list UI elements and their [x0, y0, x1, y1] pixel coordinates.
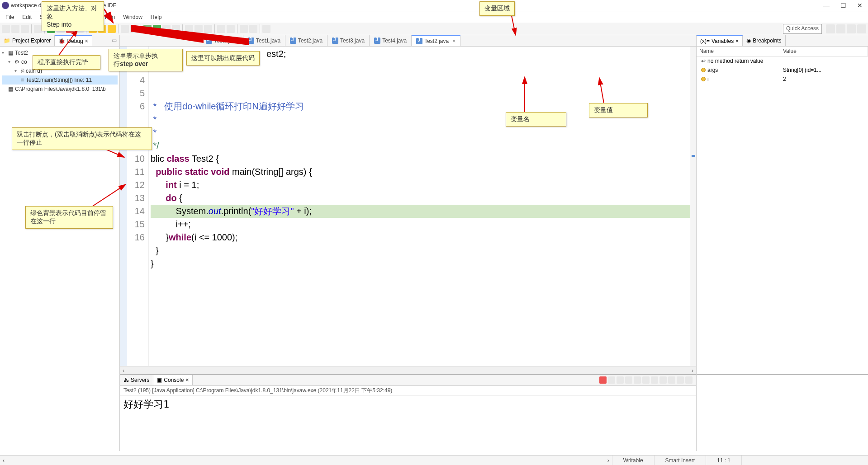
- close-icon[interactable]: ×: [185, 377, 189, 383]
- run-icon[interactable]: [153, 25, 161, 33]
- code-line: [151, 270, 690, 283]
- main-toolbar: Quick Access: [0, 23, 868, 35]
- remove-launch-icon[interactable]: [608, 376, 615, 384]
- quick-access-input[interactable]: Quick Access: [783, 24, 822, 34]
- scroll-left-icon[interactable]: ‹: [120, 367, 127, 374]
- menu-window[interactable]: Window: [119, 13, 146, 21]
- annotation-icon[interactable]: [227, 25, 235, 33]
- variable-row[interactable]: argsString[0] (id=1...: [697, 66, 868, 75]
- forward-icon[interactable]: [249, 25, 257, 33]
- col-value[interactable]: Value: [780, 47, 868, 56]
- save-all-icon[interactable]: [21, 25, 29, 33]
- tab-breakpoints[interactable]: ◉ Breakpoints: [743, 35, 785, 46]
- menu-help[interactable]: Help: [147, 13, 166, 21]
- open-type-icon[interactable]: [204, 25, 212, 33]
- editor-tab[interactable]: Test1.java: [243, 35, 285, 46]
- search-icon[interactable]: [217, 25, 225, 33]
- display-console-icon[interactable]: [659, 376, 667, 384]
- min-icon[interactable]: [677, 376, 684, 384]
- java-file-icon: [206, 38, 212, 44]
- step-filters-icon[interactable]: [130, 25, 138, 33]
- code-line: */: [151, 139, 690, 152]
- menu-edit[interactable]: Edit: [19, 13, 35, 21]
- clear-console-icon[interactable]: [625, 376, 632, 384]
- tab-debug[interactable]: 🐞 Debug ×: [55, 35, 92, 46]
- maximize-icon[interactable]: ☐: [840, 2, 846, 9]
- code-line: i++;: [151, 218, 690, 231]
- close-icon[interactable]: ×: [85, 38, 88, 44]
- editor-tab[interactable]: Test3.java: [327, 35, 370, 46]
- line-gutter: 3456910111213141516: [127, 47, 149, 366]
- word-wrap-icon[interactable]: [642, 376, 650, 384]
- minimize-view-icon[interactable]: ▭: [109, 35, 119, 46]
- menu-file[interactable]: File: [2, 13, 18, 21]
- new-class-icon[interactable]: [194, 25, 203, 33]
- variable-row[interactable]: ↩no method return value: [697, 56, 868, 66]
- new-icon[interactable]: [2, 25, 10, 33]
- pin-icon[interactable]: [262, 25, 270, 33]
- code-line: }: [151, 257, 690, 270]
- menu-bar: FileEditSoSearchProjectRunWindowHelp: [0, 11, 868, 23]
- remove-all-icon[interactable]: [617, 376, 624, 384]
- scroll-left-icon[interactable]: ‹: [0, 457, 7, 464]
- code-area[interactable]: est2; * 使用do-while循环打印N遍好好学习 * * */blic …: [149, 47, 690, 366]
- editor-tab[interactable]: Test4.java: [370, 35, 412, 46]
- variables-header: Name Value: [697, 47, 868, 56]
- tab-servers[interactable]: 🖧 Servers: [120, 375, 153, 385]
- ext-tools-icon[interactable]: [172, 25, 180, 33]
- console-output[interactable]: 好好学习1: [120, 396, 696, 451]
- close-icon[interactable]: ✕: [857, 2, 863, 9]
- tab-variables[interactable]: (x)= Variables ×: [697, 35, 743, 46]
- tab-label: Console: [164, 377, 184, 383]
- scroll-right-icon[interactable]: ›: [689, 367, 696, 374]
- terminate-console-icon[interactable]: [599, 376, 607, 384]
- pin-console-icon[interactable]: [651, 376, 658, 384]
- callout-resume: 程序直接执行完毕: [33, 55, 100, 70]
- vm-icon: ▦: [8, 85, 13, 93]
- step-return-icon[interactable]: [108, 25, 116, 33]
- variable-row[interactable]: i2: [697, 75, 868, 84]
- new-package-icon[interactable]: [185, 25, 193, 33]
- editor-body[interactable]: 3456910111213141516 est2; * 使用do-while循环…: [120, 47, 696, 366]
- save-icon[interactable]: [11, 25, 19, 33]
- close-icon[interactable]: ×: [452, 38, 455, 44]
- editor-tab[interactable]: Test2.java: [285, 35, 327, 46]
- back-icon[interactable]: [240, 25, 248, 33]
- console-panel: 🖧 Servers ▣ Console ×: [120, 374, 696, 451]
- variable-icon: [701, 77, 706, 81]
- status-position: 11 : 1: [706, 456, 741, 465]
- tab-console[interactable]: ▣ Console ×: [153, 375, 193, 385]
- coverage-icon[interactable]: [162, 25, 171, 33]
- callout-step-into: 这里进入方法、对象 Step into: [42, 1, 104, 31]
- code-line: }while(i <= 1000);: [151, 231, 690, 244]
- close-icon[interactable]: ×: [735, 38, 739, 44]
- java-perspective-icon[interactable]: [836, 24, 845, 33]
- editor-scrollbar[interactable]: ‹ ›: [120, 366, 696, 374]
- var-value: String[0] (id=1...: [780, 67, 868, 73]
- tab-project-explorer[interactable]: 📁 Project Explorer: [0, 35, 55, 46]
- drop-frame-icon[interactable]: [121, 25, 129, 33]
- skip-breakpoints-icon[interactable]: [34, 25, 42, 33]
- tab-label: Breakpoints: [753, 38, 781, 44]
- editor-tab[interactable]: Test5.java: [201, 35, 243, 46]
- open-perspective-icon[interactable]: [826, 24, 835, 33]
- variables-rows: ↩no method return valueargsString[0] (id…: [697, 56, 868, 84]
- javaee-perspective-icon[interactable]: [857, 24, 866, 33]
- tree-node-jdk[interactable]: ▦C:\Program Files\Java\jdk1.8.0_131\b: [2, 85, 118, 94]
- max-icon[interactable]: [685, 376, 693, 384]
- col-name[interactable]: Name: [697, 47, 780, 56]
- tree-node-stackframe[interactable]: ≡Test2.main(String[]) line: 11: [2, 75, 118, 85]
- tab-label: Debug: [67, 38, 83, 44]
- scroll-lock-icon[interactable]: [634, 376, 641, 384]
- minimize-icon[interactable]: —: [823, 2, 830, 9]
- debug-icon[interactable]: [143, 25, 152, 33]
- open-console-icon[interactable]: [668, 376, 675, 384]
- callout-var-area: 变量区域: [479, 1, 515, 16]
- bug-icon: 🐞: [58, 38, 65, 44]
- status-writable: Writable: [612, 456, 654, 465]
- breakpoint-ruler[interactable]: [120, 47, 127, 366]
- scroll-right-icon[interactable]: ›: [605, 457, 612, 464]
- overview-ruler[interactable]: [690, 47, 696, 366]
- editor-tab[interactable]: Test2.java×: [412, 35, 460, 46]
- debug-perspective-icon[interactable]: [847, 24, 856, 33]
